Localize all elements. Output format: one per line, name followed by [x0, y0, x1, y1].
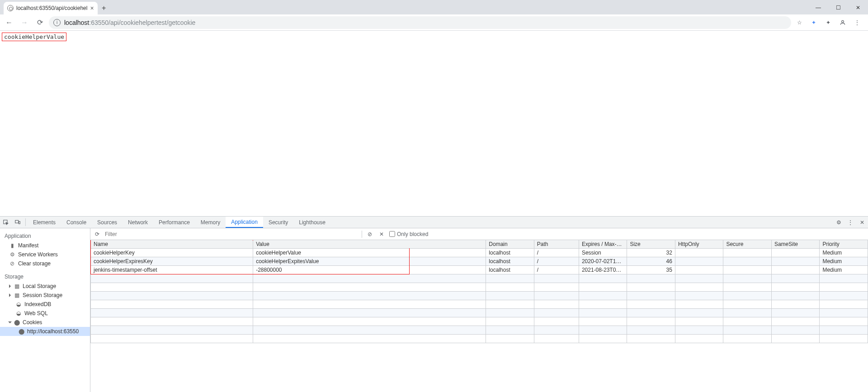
cell: [675, 266, 723, 274]
database-icon: ◒: [15, 310, 22, 316]
col-expires[interactable]: Expires / Max-A...: [579, 240, 627, 249]
star-icon[interactable]: ☆: [794, 17, 805, 28]
cell: [723, 249, 772, 257]
clear-icon: ⊘: [9, 260, 15, 267]
cookie-icon: ⬤: [18, 328, 24, 335]
tab-sources[interactable]: Sources: [92, 217, 123, 228]
table-row-empty: [91, 274, 868, 283]
sidebar-item-cookie-origin[interactable]: ⬤ http://localhost:63550: [0, 327, 90, 336]
cell: [771, 257, 820, 266]
manifest-icon: ▮: [9, 242, 15, 249]
browser-tab-strip: localhost:63550/api/cookiehel × + — ☐ ✕: [0, 0, 868, 14]
devtools-main: ⟳ ⊘ ✕ Only blocked: [90, 228, 868, 392]
new-tab-button[interactable]: +: [98, 2, 110, 14]
close-icon[interactable]: ×: [90, 5, 94, 12]
minimize-button[interactable]: —: [808, 1, 828, 14]
inspect-icon[interactable]: [0, 217, 12, 228]
col-httponly[interactable]: HttpOnly: [675, 240, 723, 249]
col-size[interactable]: Size: [627, 240, 675, 249]
cell: localhost: [486, 257, 534, 266]
cookies-table[interactable]: Name Value Domain Path Expires / Max-A..…: [90, 240, 868, 343]
sidebar-section-storage: Storage: [0, 272, 90, 282]
sidebar-item-manifest[interactable]: ▮ Manifest: [0, 241, 90, 250]
gear-icon: ⚙: [9, 251, 15, 258]
profile-icon[interactable]: [837, 17, 848, 28]
cell: 2020-07-02T14:...: [579, 257, 627, 266]
cell: Medium: [820, 257, 868, 266]
settings-icon[interactable]: ⚙: [833, 217, 844, 228]
tab-memory[interactable]: Memory: [195, 217, 226, 228]
more-icon[interactable]: ⋮: [844, 217, 856, 228]
refresh-icon[interactable]: ⟳: [93, 231, 101, 237]
cell: -28800000: [253, 266, 486, 274]
only-blocked-input[interactable]: [389, 231, 395, 237]
clear-all-icon[interactable]: ⊘: [366, 231, 374, 237]
cell: [675, 249, 723, 257]
tab-performance[interactable]: Performance: [153, 217, 195, 228]
browser-toolbar: ← → ⟳ i localhost:63550/api/cookiehelper…: [0, 14, 868, 31]
cell: [771, 266, 820, 274]
sidebar-item-service-workers[interactable]: ⚙ Service Workers: [0, 250, 90, 259]
sidebar-item-websql[interactable]: ◒ Web SQL: [0, 309, 90, 318]
tab-lighthouse[interactable]: Lighthouse: [293, 217, 331, 228]
cell: 46: [627, 257, 675, 266]
url-display: localhost:63550/api/cookiehelpertest/get…: [64, 19, 195, 26]
forward-button[interactable]: →: [18, 16, 31, 29]
cookie-icon: ⬤: [14, 319, 20, 326]
delete-icon[interactable]: ✕: [377, 231, 386, 237]
cell: /: [534, 257, 579, 266]
col-samesite[interactable]: SameSite: [771, 240, 820, 249]
sidebar-item-clear-storage[interactable]: ⊘ Clear storage: [0, 259, 90, 268]
database-icon: ◒: [15, 301, 22, 307]
table-row-empty: [91, 317, 868, 326]
devtools-tab-bar: Elements Console Sources Network Perform…: [0, 217, 868, 228]
table-header-row: Name Value Domain Path Expires / Max-A..…: [91, 240, 868, 249]
table-row-empty: [91, 326, 868, 335]
reload-button[interactable]: ⟳: [33, 16, 46, 29]
col-value[interactable]: Value: [253, 240, 486, 249]
cell: [723, 266, 772, 274]
filter-input[interactable]: [105, 230, 358, 239]
site-info-icon[interactable]: i: [53, 19, 61, 26]
table-row[interactable]: cookieHelperKeycookieHelperValuelocalhos…: [91, 249, 868, 257]
cell: jenkins-timestamper-offset: [91, 266, 253, 274]
browser-tab[interactable]: localhost:63550/api/cookiehel ×: [4, 2, 98, 14]
sidebar-item-cookies[interactable]: ⬤ Cookies: [0, 318, 90, 327]
close-window-button[interactable]: ✕: [848, 1, 868, 14]
extensions-icon[interactable]: ✦: [823, 17, 834, 28]
tab-console[interactable]: Console: [61, 217, 92, 228]
table-row[interactable]: cookieHelperExpiresKeycookieHelperExpite…: [91, 257, 868, 266]
device-toggle-icon[interactable]: [12, 217, 24, 228]
devtools: Elements Console Sources Network Perform…: [0, 216, 868, 392]
table-row-empty: [91, 283, 868, 292]
grid-icon: ▦: [14, 283, 20, 289]
sidebar-item-local-storage[interactable]: ▦ Local Storage: [0, 282, 90, 291]
address-bar[interactable]: i localhost:63550/api/cookiehelpertest/g…: [49, 16, 791, 29]
col-secure[interactable]: Secure: [723, 240, 772, 249]
only-blocked-checkbox[interactable]: Only blocked: [389, 231, 428, 237]
back-button[interactable]: ←: [3, 16, 15, 29]
cookies-toolbar: ⟳ ⊘ ✕ Only blocked: [90, 228, 868, 240]
toolbar-right-icons: ☆ ✦ ✦ ⋮: [794, 17, 865, 28]
tab-security[interactable]: Security: [263, 217, 293, 228]
sidebar-item-indexeddb[interactable]: ◒ IndexedDB: [0, 300, 90, 309]
maximize-button[interactable]: ☐: [828, 1, 848, 14]
col-path[interactable]: Path: [534, 240, 579, 249]
close-devtools-icon[interactable]: ✕: [856, 217, 868, 228]
cell: localhost: [486, 249, 534, 257]
tab-network[interactable]: Network: [123, 217, 153, 228]
sidebar-item-session-storage[interactable]: ▦ Session Storage: [0, 291, 90, 300]
cell: 32: [627, 249, 675, 257]
response-body-text: cookieHelperValue: [2, 33, 66, 41]
col-priority[interactable]: Priority: [820, 240, 868, 249]
table-row[interactable]: jenkins-timestamper-offset-28800000local…: [91, 266, 868, 274]
menu-icon[interactable]: ⋮: [852, 17, 863, 28]
tab-elements[interactable]: Elements: [28, 217, 61, 228]
extension-bird-icon[interactable]: ✦: [808, 17, 819, 28]
cell: Medium: [820, 249, 868, 257]
chevron-right-icon: [9, 293, 11, 297]
tab-application[interactable]: Application: [226, 217, 263, 228]
window-controls: — ☐ ✕: [808, 1, 868, 14]
col-name[interactable]: Name: [91, 240, 253, 249]
col-domain[interactable]: Domain: [486, 240, 534, 249]
